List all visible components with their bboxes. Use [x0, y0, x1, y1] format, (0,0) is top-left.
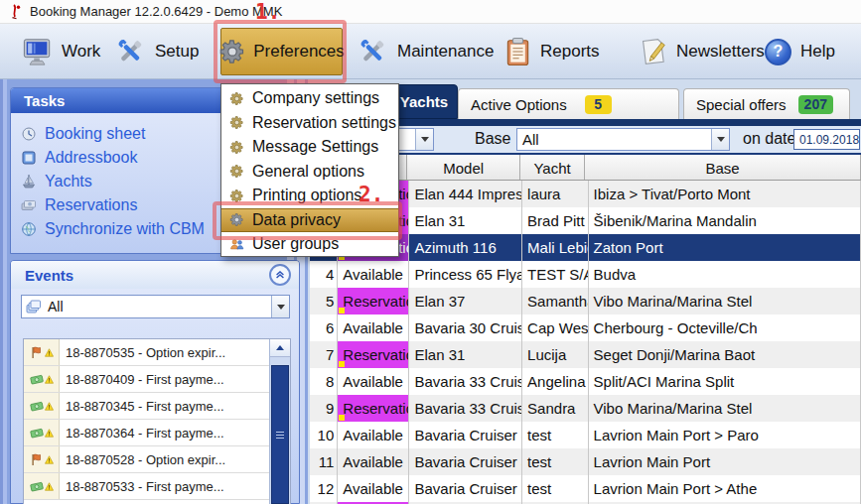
menu-item-company-settings[interactable]: Company settings	[221, 86, 398, 111]
tab-yachts[interactable]: Yachts	[390, 84, 458, 119]
menu-item-message-settings[interactable]: Message Settings	[221, 135, 398, 160]
table-row[interactable]: 7 Reservation Elan 31 Lucija Seget Donji…	[310, 341, 861, 368]
payment-money-icon	[30, 426, 44, 441]
event-label: 18-8870533 - First payme...	[60, 473, 224, 499]
scrollbar-thumb[interactable]	[271, 365, 289, 504]
event-icon-cell	[24, 446, 60, 472]
yacht-cell: test	[522, 448, 588, 475]
base-cell: Cherbourg - Octeville/Ch	[589, 315, 861, 341]
table-row[interactable]: 8 Available Bavaria 33 Cruiser Angelina …	[310, 368, 861, 395]
active-options-count-badge: 5	[585, 95, 612, 114]
preferences-button[interactable]: Preferences	[220, 28, 343, 75]
on-date-label: on date	[743, 130, 795, 148]
row-number: 10	[310, 422, 338, 448]
table-row[interactable]: 5 Reservation Elan 37 Samantha Vibo Mari…	[310, 288, 861, 315]
base-cell: Zaton Port	[589, 234, 861, 261]
event-list-item[interactable]: 18-8870364 - First payme...	[24, 420, 269, 446]
event-label: 18-8870528 - Option expir...	[60, 446, 225, 472]
col-header-model[interactable]: Model	[407, 155, 519, 180]
gear-icon	[229, 91, 244, 106]
event-icon-cell	[24, 366, 60, 392]
table-row[interactable]: 10 Available Bavaria Cruiser 40 test Lav…	[310, 422, 861, 448]
globe-sync-icon	[21, 221, 37, 237]
col-header-yacht[interactable]: Yacht	[520, 155, 585, 180]
base-cell: Vibo Marina/Marina Stel	[589, 288, 861, 315]
maintenance-label: Maintenance	[397, 42, 494, 62]
warning-icon	[45, 402, 54, 411]
warning-icon	[45, 348, 54, 357]
date-input[interactable]: 01.09.2018	[793, 129, 860, 150]
events-panel-header: Events	[11, 261, 299, 289]
menu-item-data-privacy[interactable]: Data privacy	[221, 208, 398, 233]
help-icon: ?	[765, 39, 791, 65]
table-row[interactable]: 6 Available Bavaria 30 Cruiser Cap West …	[310, 315, 861, 341]
status-cell: Reservation	[338, 395, 409, 422]
model-cell: Bavaria 33 Cruiser	[409, 368, 522, 395]
event-list-item[interactable]: 18-8870409 - First payme...	[24, 366, 269, 393]
maintenance-button[interactable]: Maintenance	[352, 28, 500, 75]
app-logo-icon	[8, 4, 22, 20]
work-button[interactable]: Work	[16, 28, 106, 75]
events-title: Events	[25, 267, 73, 284]
task-label: Reservations	[45, 196, 137, 214]
base-cell: Lavrion Main Port > Athe	[589, 475, 861, 502]
yacht-cell: Cap West	[522, 315, 588, 341]
dropdown-arrow-button[interactable]	[271, 296, 289, 317]
newsletters-label: Newsletters	[676, 42, 765, 62]
events-panel: Events All	[10, 260, 300, 504]
tab-special-offers[interactable]: Special offers 207	[683, 88, 850, 119]
table-row[interactable]: 9 Reservation Bavaria 33 Cruiser Sandra …	[310, 395, 861, 422]
table-row[interactable]: 4 Available Princess 65 Flya TEST S/A Bu…	[310, 261, 861, 288]
gear-icon	[229, 164, 244, 179]
gear-icon	[229, 212, 244, 227]
col-header-base[interactable]: Base	[585, 155, 861, 180]
model-cell: Bavaria Cruiser 40	[409, 422, 522, 448]
menu-item-user-groups[interactable]: User groups	[221, 232, 398, 257]
menu-item-reservation-settings[interactable]: Reservation settings	[221, 111, 398, 136]
warning-icon	[45, 482, 54, 491]
menu-item-general-options[interactable]: General options	[221, 160, 398, 185]
tab-active-options[interactable]: Active Options 5	[458, 88, 679, 119]
status-cell: Available	[338, 315, 409, 341]
base-dropdown[interactable]: All	[516, 128, 730, 151]
status-cell: Available	[338, 475, 409, 502]
menu-item-label: Company settings	[252, 89, 379, 107]
dropdown-arrow-button[interactable]	[711, 129, 729, 150]
base-cell: Lavrion Main Port	[589, 448, 861, 475]
addressbook-icon	[21, 150, 37, 166]
menu-item-label: User groups	[252, 235, 339, 253]
table-row[interactable]: 11 Available Bavaria Cruiser 40 test Lav…	[310, 448, 861, 475]
scroll-up-button[interactable]	[270, 339, 290, 357]
events-scrollbar[interactable]	[269, 339, 290, 504]
events-filter-dropdown[interactable]: All	[21, 295, 290, 318]
yacht-cell: Samantha	[522, 288, 588, 315]
events-rows: 18-8870535 - Option expir...	[24, 339, 269, 500]
model-cell: Bavaria 30 Cruiser	[409, 315, 522, 341]
menu-item-printing-options[interactable]: Printing options	[221, 184, 398, 208]
newsletters-button[interactable]: Newsletters	[632, 28, 771, 75]
table-row[interactable]: 12 Available Bavaria Cruiser 40 test Lav…	[310, 475, 861, 502]
caret-down-icon	[277, 305, 285, 310]
tab-label: Special offers	[696, 96, 787, 113]
event-list-item[interactable]: 18-8870533 - First payme...	[24, 473, 269, 500]
reports-label: Reports	[540, 42, 600, 62]
dropdown-arrow-button[interactable]	[415, 129, 433, 150]
event-label: 18-8870535 - Option expir...	[60, 339, 225, 365]
main-toolbar: Work Setup Preferences Maintenance	[0, 24, 861, 79]
warning-icon	[45, 455, 54, 464]
event-list-item[interactable]: 18-8870528 - Option expir...	[24, 446, 269, 473]
collapse-panel-button[interactable]	[269, 264, 291, 286]
clipboard-icon	[504, 37, 531, 66]
events-filter-value: All	[48, 299, 271, 315]
preferences-label: Preferences	[253, 42, 345, 62]
setup-button[interactable]: Setup	[109, 28, 205, 75]
event-list-item[interactable]: 18-8870345 - First payme...	[24, 393, 269, 420]
model-cell: Elan 31	[409, 341, 522, 368]
help-button[interactable]: ? Help	[759, 28, 841, 75]
event-list-item[interactable]: 18-8870535 - Option expir...	[24, 339, 269, 366]
window-title: Booking Manager 12.2.0.6429 - Demo MMK	[30, 4, 282, 19]
reports-button[interactable]: Reports	[499, 28, 606, 75]
gear-icon	[229, 140, 244, 155]
help-label: Help	[800, 42, 835, 62]
model-cell: Bavaria 33 Cruiser	[409, 395, 522, 422]
